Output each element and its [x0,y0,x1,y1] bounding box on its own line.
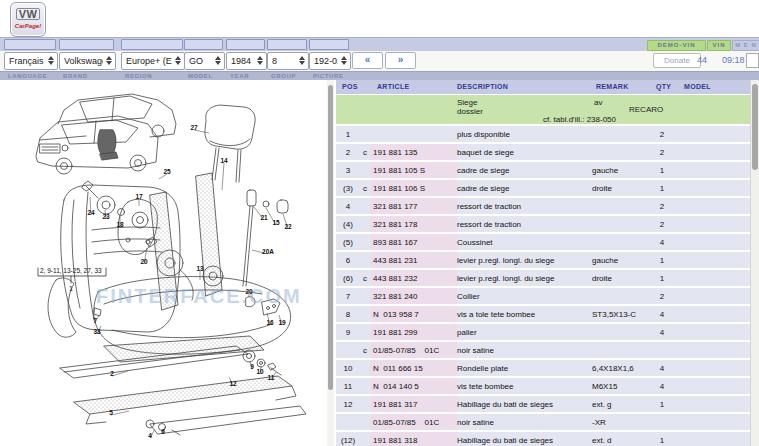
table-row[interactable]: 11N 014 140 5vis tete bombeeM6X154 [336,378,750,394]
table-row[interactable]: 6443 881 231levier p.regl. longl. du sie… [336,252,750,268]
cell-pos: 8 [336,310,360,319]
cell-remark: -XR [592,418,654,427]
table-row[interactable]: (6)c443 881 232levier p.regl. longl. du … [336,270,750,286]
logo-signature: CarPage! [11,23,45,29]
cell-article: 01/85-07/85 01C [370,418,457,427]
filter-field-region[interactable] [121,39,183,50]
toolbar-select-row: FrançaisVolkswagenEurope+ (EU)GO19848192… [0,51,759,71]
cell-qty: 4 [652,238,672,247]
column-label-model: MODEL [188,73,213,79]
cell-remark: gauche [592,256,654,265]
select-value: Europe+ (EU) [126,56,172,66]
select-picture[interactable]: 192-01 [309,52,351,70]
cell-qty: 4 [652,382,672,391]
page-scrollbar-thumb[interactable] [752,84,758,170]
cell-description: ressort de traction [457,220,591,229]
diagram-callout: 20 [245,288,253,295]
filter-field-model[interactable] [184,39,223,50]
group-desc-2: dossier [457,107,483,116]
table-row[interactable]: (4)321 881 178ressort de traction2 [336,216,750,232]
table-row[interactable]: 2c191 881 135baquet de siege2 [336,144,750,160]
select-brand[interactable]: Volkswagen [59,52,116,70]
select-value: Français [9,56,44,66]
callout-leader [111,411,129,415]
app-logo: VW CarPage! [10,2,46,37]
filter-field-language[interactable] [4,39,56,50]
select-region[interactable]: Europe+ (EU) [121,52,185,70]
cell-description: levier p.regl. longl. du siege [457,256,591,265]
cell-pos: 11 [336,382,360,391]
cell-description: Habillage du bati de sieges [457,400,591,409]
filter-field-brand[interactable] [59,39,114,50]
cell-description: levier p.regl. longl. du siege [457,274,591,283]
demo-vin-button[interactable]: DEMO-VIN [647,40,706,51]
table-row[interactable]: 9191 881 299palier4 [336,324,750,340]
cell-pos: 7 [336,292,360,301]
cell-article: 191 881 318 [370,436,457,445]
cell-c-flag: c [360,148,370,157]
status-time: 09:18 [722,55,745,65]
table-row[interactable]: 3191 881 105 Scadre de siegegauche1 [336,162,750,178]
group-row: Siege dossier av RECARO cf. tabl.d'ill.:… [336,95,750,124]
cell-article: 893 881 167 [370,238,457,247]
table-row[interactable]: 1plus disponible2 [336,126,750,142]
diagram-scrollbar-thumb[interactable] [328,85,333,390]
diagram-callout: 13 [196,265,204,272]
main-area: 2, 9-11, 13-25, 27, 33 1 FINTERFACE.COM … [0,80,759,446]
table-row[interactable]: 12191 881 317Habillage du bati de sieges… [336,396,750,412]
diagram-callout: 14 [220,157,228,164]
table-row[interactable]: 01/85-07/85 01Cnoir satine-XR [336,414,750,430]
group-ref: cf. tabl.d'ill.: 238-050 [491,115,616,124]
cell-description: plus disponible [457,130,591,139]
cell-article: 321 881 240 [370,292,457,301]
table-row[interactable]: 4321 881 177ressort de traction2 [336,198,750,214]
parts-table: POS ARTICLE DESCRIPTION REMARK QTY MODEL… [336,80,750,446]
filter-field-year[interactable] [226,39,265,50]
cell-qty: 4 [652,364,672,373]
stepper-icon [296,54,307,66]
cell-description: Collier [457,292,591,301]
diagram-callout: 23 [102,213,110,220]
select-model[interactable]: GO [184,52,225,70]
filter-field-group[interactable] [267,39,307,50]
cell-c-flag: c [360,346,370,355]
menu-button[interactable]: M E N U [732,40,759,51]
cell-article: 321 881 178 [370,220,457,229]
select-year[interactable]: 1984 [226,52,267,70]
table-row[interactable]: (5)893 881 167Coussinet4 [336,234,750,250]
select-language[interactable]: Français [4,52,58,70]
header-remark: REMARK [596,83,629,90]
cell-article: 443 881 232 [370,274,457,283]
cell-qty: 2 [652,220,672,229]
table-row[interactable]: 10N 011 666 15Rondelle plate6,4X18X1,64 [336,360,750,376]
cell-remark: ext. g [592,400,654,409]
next-picture-button[interactable]: » [385,52,416,69]
filter-field-picture[interactable] [309,39,349,50]
diagram-callout: 15 [272,219,280,226]
page-scrollbar[interactable] [750,80,759,446]
cell-description: noir satine [457,346,591,355]
column-label-language: LANGUAGE [8,73,47,79]
donate-button[interactable]: Donate [653,53,701,68]
diagram-callout: 17 [135,193,143,200]
cell-qty: 1 [652,274,672,283]
prev-picture-button[interactable]: « [352,52,383,69]
table-row[interactable]: c01/85-07/85 01Cnoir satine [336,342,750,358]
cell-pos: 9 [336,328,360,337]
table-row[interactable]: (12)191 881 318Habillage du bati de sieg… [336,432,750,446]
diagram-group-pos: 1 [69,285,73,292]
stepper-icon [45,54,56,66]
table-row[interactable]: 7321 881 240Collier2 [336,288,750,304]
select-group[interactable]: 8 [267,52,309,70]
table-row[interactable]: (3)c191 881 106 Scadre de siegedroite1 [336,180,750,196]
small-input-box[interactable] [746,53,759,68]
header-article: ARTICLE [377,83,409,90]
column-label-region: REGION [125,73,152,79]
diagram-scrollbar[interactable] [327,80,334,446]
cell-article: 443 881 231 [370,256,457,265]
vw-logo-text: VW [16,8,41,20]
cell-description: vis a tole tete bombee [457,310,591,319]
table-row[interactable]: 8N 013 958 7vis a tole tete bombeeST3,5X… [336,306,750,322]
vin-button[interactable]: VIN [707,40,731,51]
diagram-callout: 25 [163,168,171,175]
